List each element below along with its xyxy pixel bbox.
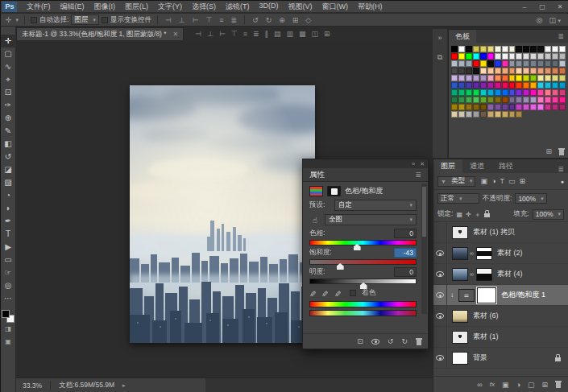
- color-swatch[interactable]: [502, 104, 508, 110]
- color-swatch[interactable]: [516, 46, 522, 52]
- color-swatch[interactable]: [451, 97, 458, 103]
- color-swatch[interactable]: [545, 89, 551, 96]
- more-tools[interactable]: ⋯: [1, 292, 16, 305]
- saturation-slider[interactable]: [309, 259, 417, 265]
- color-swatch[interactable]: [495, 89, 501, 96]
- marquee-tool[interactable]: ▢: [1, 47, 16, 60]
- color-swatch[interactable]: [495, 68, 501, 74]
- align-icon[interactable]: ⊣: [195, 30, 201, 38]
- color-swatch[interactable]: [502, 111, 508, 118]
- show-transform-checkbox[interactable]: [102, 17, 108, 23]
- color-swatch[interactable]: [502, 82, 508, 89]
- type-tool[interactable]: T: [1, 228, 16, 241]
- color-swatch[interactable]: [530, 104, 537, 110]
- previous-state-icon[interactable]: ↺: [388, 337, 394, 345]
- align-icon[interactable]: ≡: [218, 16, 225, 24]
- clone-stamp-tool[interactable]: ◧: [1, 138, 16, 151]
- lightness-slider-thumb[interactable]: [360, 283, 367, 289]
- color-swatch[interactable]: [523, 97, 529, 103]
- color-swatch[interactable]: [537, 75, 544, 81]
- layer-row[interactable]: 素材 (1): [433, 327, 568, 348]
- lock-icon[interactable]: ✛: [466, 211, 471, 218]
- color-swatch[interactable]: [487, 111, 494, 118]
- color-swatch[interactable]: [559, 53, 566, 60]
- menu-item[interactable]: 图像(I): [89, 2, 121, 12]
- filter-icon[interactable]: ▣: [480, 177, 487, 185]
- color-swatch[interactable]: [523, 60, 529, 67]
- color-swatch[interactable]: [466, 82, 472, 89]
- align-icon[interactable]: ⊢: [219, 30, 226, 38]
- color-swatch[interactable]: [552, 68, 558, 74]
- color-swatch[interactable]: [458, 111, 465, 118]
- visibility-eye-icon[interactable]: [436, 271, 444, 277]
- align-icon[interactable]: ▤: [274, 30, 281, 38]
- color-swatch[interactable]: [466, 89, 472, 96]
- color-swatch[interactable]: [545, 75, 551, 81]
- layer-mask-thumbnail[interactable]: [476, 247, 492, 260]
- colorize-checkbox[interactable]: [350, 290, 356, 296]
- menu-item[interactable]: 选择(S): [187, 2, 221, 12]
- color-swatch[interactable]: [516, 111, 522, 118]
- color-swatch[interactable]: [466, 97, 472, 103]
- color-swatch[interactable]: [502, 89, 508, 96]
- color-swatch[interactable]: [509, 82, 516, 89]
- visibility-eye-icon[interactable]: [436, 250, 444, 256]
- menu-item[interactable]: 文字(Y): [153, 2, 187, 12]
- layer-thumbnail[interactable]: [452, 352, 468, 365]
- align-icon[interactable]: ⊣: [164, 16, 173, 24]
- color-swatch[interactable]: [516, 97, 522, 103]
- targeted-adjustment-icon[interactable]: ☝: [309, 216, 321, 225]
- color-swatch[interactable]: [537, 89, 544, 96]
- color-swatch[interactable]: [509, 68, 516, 74]
- color-swatch[interactable]: [495, 46, 501, 52]
- lock-all-icon[interactable]: [484, 213, 490, 217]
- tab-swatches[interactable]: 色板: [449, 30, 476, 43]
- filter-toggle-icon[interactable]: ●: [561, 179, 564, 184]
- color-swatch[interactable]: [502, 75, 508, 81]
- dodge-tool[interactable]: ◗: [1, 202, 16, 215]
- color-swatch[interactable]: [473, 104, 479, 110]
- layer-thumbnail[interactable]: [452, 310, 468, 323]
- color-swatch[interactable]: [559, 82, 566, 89]
- color-swatch[interactable]: [537, 60, 544, 67]
- color-swatch[interactable]: [451, 82, 458, 89]
- color-swatch[interactable]: [530, 46, 537, 52]
- quick-selection-tool[interactable]: ⌖: [1, 73, 16, 86]
- lightness-slider[interactable]: [309, 279, 417, 284]
- color-swatch[interactable]: [509, 104, 516, 110]
- layers-tabs-menu-icon[interactable]: ≣: [553, 165, 568, 173]
- properties-menu-icon[interactable]: ≣: [415, 171, 421, 179]
- visibility-eye-icon[interactable]: [436, 292, 444, 298]
- menu-item[interactable]: 滤镜(T): [221, 2, 255, 12]
- color-swatch[interactable]: [495, 111, 501, 118]
- hue-slider-thumb[interactable]: [354, 244, 361, 250]
- color-swatch[interactable]: [509, 60, 516, 67]
- color-swatch[interactable]: [487, 60, 494, 67]
- eyedropper-icon[interactable]: ✐: [309, 289, 316, 298]
- opacity-dropdown[interactable]: 100%▾: [515, 193, 546, 204]
- layer-row[interactable]: ↓⚌色相/饱和度 1: [433, 285, 568, 306]
- layer-thumbnail[interactable]: [452, 247, 468, 260]
- color-swatch[interactable]: [480, 97, 487, 103]
- layer-row[interactable]: 背景: [433, 348, 568, 369]
- align-icon[interactable]: ◫: [312, 30, 319, 38]
- visibility-eye-icon[interactable]: [436, 355, 444, 361]
- color-swatch[interactable]: [509, 53, 516, 60]
- color-swatch[interactable]: [559, 89, 566, 96]
- color-swatch[interactable]: [487, 75, 494, 81]
- color-swatch[interactable]: [552, 97, 558, 103]
- lightness-value-field[interactable]: 0: [394, 267, 417, 277]
- color-swatch[interactable]: [530, 75, 537, 81]
- color-swatch[interactable]: [509, 111, 516, 118]
- color-swatch[interactable]: [466, 68, 472, 74]
- collapse-panel-icon[interactable]: »: [412, 161, 415, 167]
- color-swatch[interactable]: [473, 68, 479, 74]
- color-swatch[interactable]: [552, 60, 558, 67]
- color-swatch[interactable]: [451, 75, 458, 81]
- color-swatch[interactable]: [523, 82, 529, 89]
- color-swatch[interactable]: [516, 60, 522, 67]
- color-swatch[interactable]: [451, 89, 458, 96]
- color-swatch[interactable]: [530, 60, 537, 67]
- lock-icon[interactable]: ▦: [456, 211, 462, 218]
- align-icon[interactable]: ▥: [287, 30, 294, 38]
